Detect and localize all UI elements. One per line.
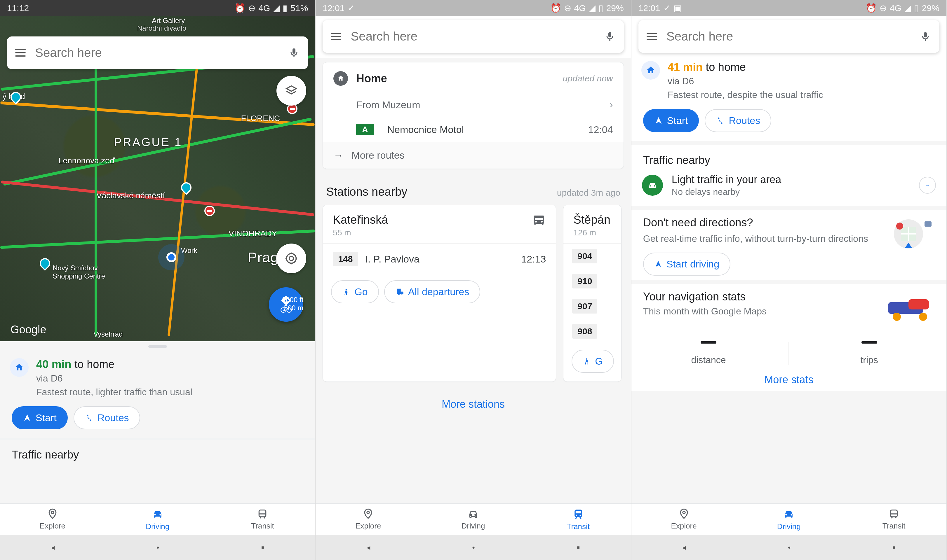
svg-point-15	[896, 223, 903, 229]
arrow-right-icon: →	[333, 150, 343, 161]
recents-button[interactable]: ■	[893, 545, 896, 550]
map-pin[interactable]	[38, 256, 52, 271]
recents-button[interactable]: ■	[577, 545, 580, 550]
layers-button[interactable]	[276, 76, 306, 106]
departure-time: 12:04	[588, 124, 613, 135]
all-departures-button[interactable]: All departures	[384, 280, 481, 303]
search-bar[interactable]	[7, 37, 308, 69]
nav-transit[interactable]: Transit	[210, 504, 315, 535]
sheet-drag-handle[interactable]	[148, 345, 167, 348]
nav-explore[interactable]: Explore	[631, 504, 737, 535]
eta-text: 41 min	[668, 61, 703, 73]
nav-explore[interactable]: Explore	[0, 504, 105, 535]
route-summary[interactable]: 41 min to home via D6 Fastest route, des…	[631, 58, 946, 109]
status-bar: 12:01 ✓ ⏰ ⊖ 4G ◢ ▯ 29%	[316, 0, 631, 16]
arrow-right-button[interactable]: →	[919, 177, 936, 194]
nav-explore[interactable]: Explore	[316, 504, 421, 535]
more-stats-link[interactable]: More stats	[631, 368, 946, 391]
nav-driving[interactable]: Driving	[736, 504, 841, 535]
start-button[interactable]: Start	[12, 406, 68, 429]
menu-button[interactable]	[331, 33, 341, 40]
routes-button[interactable]: Routes	[705, 109, 771, 132]
route-sub: Fastest route, lighter traffic than usua…	[36, 387, 192, 397]
station-card-partial[interactable]: Štěpán 126 m 904 910 907 908 G	[563, 205, 622, 382]
home-button[interactable]: ●	[472, 545, 475, 550]
route-option-row[interactable]: A Nemocnice Motol 12:04	[323, 117, 623, 142]
search-bar[interactable]	[322, 20, 623, 53]
nav-driving-label: Driving	[461, 522, 485, 531]
driving-content[interactable]: 41 min to home via D6 Fastest route, des…	[631, 58, 946, 503]
nav-driving[interactable]: Driving	[105, 504, 210, 535]
home-icon	[333, 71, 348, 86]
home-button[interactable]: ●	[156, 545, 159, 550]
from-row[interactable]: From Muzeum ›	[323, 92, 623, 117]
menu-button[interactable]	[646, 33, 657, 40]
bottom-nav: Explore Driving Transit	[631, 503, 946, 535]
routes-label: Routes	[97, 412, 129, 423]
station-cards-scroll[interactable]: Kateřinská 55 m 148 I. P. Pavlova 12:13	[316, 205, 631, 388]
back-button[interactable]: ◀	[682, 545, 686, 550]
voice-search-button[interactable]	[919, 31, 931, 42]
dnd-icon: ⊖	[879, 3, 887, 13]
home-route-card[interactable]: Home updated now From Muzeum › A Nemocni…	[322, 62, 623, 169]
battery-label: 51%	[290, 3, 308, 13]
departure-time: 12:13	[521, 254, 546, 265]
station-card[interactable]: Kateřinská 55 m 148 I. P. Pavlova 12:13	[322, 205, 556, 382]
traffic-summary[interactable]: Light traffic in your area No delays nea…	[631, 169, 946, 206]
routes-button[interactable]: Routes	[74, 406, 140, 429]
map-label-vaclav: Václavské náměstí	[96, 191, 165, 200]
departure-row[interactable]: 148 I. P. Pavlova 12:13	[323, 243, 556, 274]
route-summary[interactable]: 40 min to home via D6 Fastest route, lig…	[0, 351, 315, 406]
voice-search-button[interactable]	[288, 47, 300, 58]
battery-label: 29%	[922, 3, 939, 13]
station-name: Štěpán	[573, 213, 611, 226]
nav-transit[interactable]: Transit	[841, 504, 946, 535]
nav-transit[interactable]: Transit	[526, 504, 631, 535]
station-distance: 126 m	[573, 228, 611, 237]
more-stations-link[interactable]: More stations	[316, 388, 631, 421]
map-scale: 2000 ft 500 m	[282, 296, 303, 312]
eta-text: 40 min	[36, 358, 71, 371]
nav-stats-card[interactable]: Your navigation stats This month with Go…	[631, 284, 946, 332]
stat-trips: trips	[792, 341, 946, 365]
start-button[interactable]: Start	[643, 109, 699, 132]
traffic-sub: No delays nearby	[672, 187, 910, 197]
search-bar[interactable]	[639, 20, 939, 53]
svg-point-9	[475, 514, 476, 515]
map-pin[interactable]	[179, 180, 194, 195]
home-button[interactable]: ●	[788, 545, 791, 550]
no-directions-card[interactable]: Don't need directions? Get real-time tra…	[631, 210, 946, 280]
menu-button[interactable]	[15, 49, 26, 57]
search-input[interactable]	[35, 46, 279, 60]
stats-sub: This month with Google Maps	[643, 306, 873, 317]
scale-ft: 2000 ft	[282, 296, 303, 304]
route-sub: Fastest route, despite the usual traffic	[668, 89, 823, 100]
routes-label: Routes	[729, 115, 760, 126]
go-button[interactable]: Go	[331, 280, 379, 303]
voice-search-button[interactable]	[604, 31, 616, 42]
go-button[interactable]: G	[572, 350, 614, 373]
map-view[interactable]: Art Gallery Národní divadlo PRAGUE 1 FLO…	[0, 16, 315, 341]
back-button[interactable]: ◀	[367, 545, 370, 550]
recents-button[interactable]: ■	[261, 545, 264, 550]
alarm-icon: ⏰	[234, 3, 245, 13]
nav-explore-label: Explore	[355, 522, 381, 531]
updated-label: updated now	[563, 74, 613, 83]
traffic-section-title: Traffic nearby	[631, 145, 946, 169]
more-routes-button[interactable]: → More routes	[323, 142, 623, 169]
nav-driving[interactable]: Driving	[421, 504, 526, 535]
status-bar: 12:01 ✓ ▣ ⏰ ⊖ 4G ◢ ▯ 29%	[631, 0, 946, 16]
transit-content[interactable]: Home updated now From Muzeum › A Nemocni…	[316, 58, 631, 503]
my-location-button[interactable]	[276, 243, 306, 273]
svg-point-12	[576, 514, 577, 516]
dest-text: to home	[74, 358, 114, 371]
phone-screen-2: 12:01 ✓ ⏰ ⊖ 4G ◢ ▯ 29% Home	[316, 0, 631, 560]
bottom-sheet[interactable]: 40 min to home via D6 Fastest route, lig…	[0, 341, 315, 503]
back-button[interactable]: ◀	[51, 545, 55, 550]
bottom-nav: Explore Driving Transit	[0, 503, 315, 535]
map-label-novy: Nový Smíchov Shopping Centre	[52, 264, 105, 280]
search-input[interactable]	[666, 29, 910, 43]
search-input[interactable]	[351, 29, 594, 43]
alarm-icon: ⏰	[866, 3, 877, 13]
start-driving-button[interactable]: Start driving	[643, 252, 730, 275]
